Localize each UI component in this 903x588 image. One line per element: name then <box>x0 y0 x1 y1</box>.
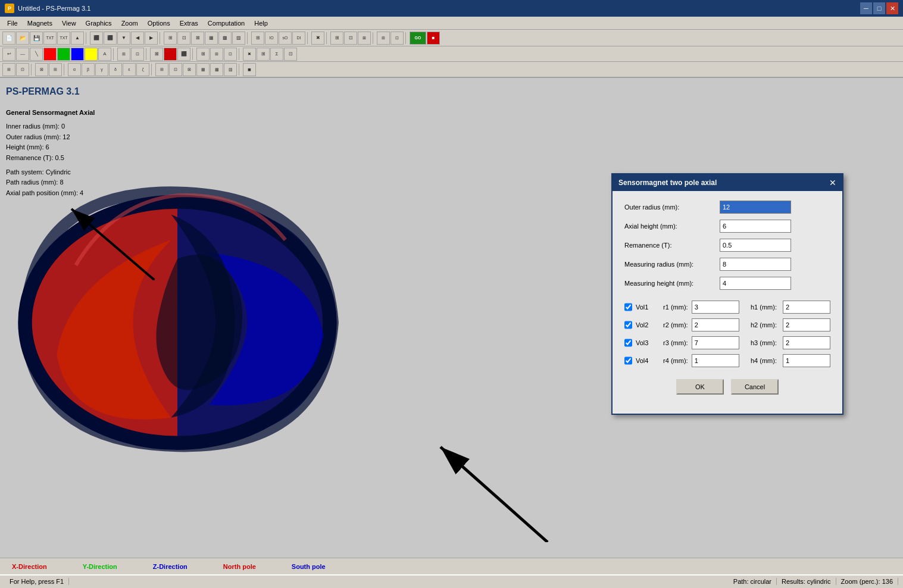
tb-b22[interactable]: ⊡ <box>390 32 404 45</box>
tb2-b7[interactable] <box>85 48 98 61</box>
tb3-b14[interactable]: ▦ <box>196 63 210 76</box>
tb-b18[interactable]: ⊞ <box>330 32 343 45</box>
tb2-b4[interactable] <box>43 48 57 61</box>
cancel-button[interactable]: Cancel <box>731 379 779 395</box>
tb2-b17[interactable]: ✖ <box>243 48 256 61</box>
menu-file[interactable]: File <box>2 18 23 28</box>
tb-b15[interactable]: sO <box>279 32 292 45</box>
menu-view[interactable]: View <box>57 18 81 28</box>
tb3-b17[interactable]: ◼ <box>243 63 256 76</box>
tb-b3[interactable]: ⬛ <box>104 32 117 45</box>
vol1-r-input[interactable] <box>692 301 739 314</box>
vol4-h-input[interactable] <box>783 354 830 367</box>
tb2-b10[interactable]: ⊡ <box>131 48 144 61</box>
tb-b16[interactable]: DI <box>292 32 305 45</box>
vol3-h-input[interactable] <box>783 336 830 349</box>
tb-b7[interactable]: ⊞ <box>164 32 177 45</box>
tb3-b4[interactable]: ⊞ <box>49 63 62 76</box>
tb2-b15[interactable]: ⊞ <box>210 48 223 61</box>
vol3-checkbox[interactable] <box>624 339 632 347</box>
vol1-h-input[interactable] <box>783 301 830 314</box>
tb3-b1[interactable]: ⊞ <box>2 63 15 76</box>
window-close-button[interactable]: ✕ <box>886 2 898 14</box>
outer-radius-input[interactable] <box>720 201 791 214</box>
tb3-b16[interactable]: ▨ <box>224 63 237 76</box>
vol3-h-label: h3 (mm): <box>748 339 777 346</box>
tb2-b5[interactable] <box>57 48 70 61</box>
tb2-b18[interactable]: ⊞ <box>257 48 270 61</box>
tb3-b7[interactable]: γ <box>95 63 108 76</box>
tb-b14[interactable]: IO <box>265 32 278 45</box>
menu-extras[interactable]: Extras <box>175 18 203 28</box>
vol3-r-input[interactable] <box>692 336 739 349</box>
ok-button[interactable]: OK <box>676 379 724 395</box>
tb-b12[interactable]: ▨ <box>232 32 245 45</box>
axial-height-input[interactable] <box>720 220 791 233</box>
tb3-b11[interactable]: ⊞ <box>155 63 168 76</box>
tb2-b2[interactable]: — <box>16 48 29 61</box>
tb-b8[interactable]: ⊡ <box>177 32 190 45</box>
tb-new[interactable]: 📄 <box>2 32 15 45</box>
menu-computation[interactable]: Computation <box>203 18 249 28</box>
tb-b1[interactable]: ▲ <box>71 32 84 45</box>
tb-open[interactable]: 📂 <box>16 32 29 45</box>
menu-zoom[interactable]: Zoom <box>117 18 143 28</box>
tb2-b13[interactable]: ⬛ <box>177 48 190 61</box>
tb-b10[interactable]: ▦ <box>205 32 218 45</box>
tb-b17[interactable]: ✖ <box>311 32 324 45</box>
tb-b11[interactable]: ▩ <box>218 32 232 45</box>
tb3-b6[interactable]: β <box>82 63 95 76</box>
tb-go[interactable]: GO <box>410 32 426 45</box>
menu-options[interactable]: Options <box>143 18 175 28</box>
minimize-button[interactable]: ─ <box>860 2 872 14</box>
tb-b9[interactable]: ⊠ <box>191 32 204 45</box>
tb-b6[interactable]: ▶ <box>145 32 158 45</box>
vol4-checkbox[interactable] <box>624 356 632 365</box>
vol1-checkbox[interactable] <box>624 303 632 311</box>
tb-txt1[interactable]: TXT <box>43 32 57 45</box>
tb-b19[interactable]: ⊡ <box>344 32 357 45</box>
tb-b21[interactable]: ⊞ <box>377 32 390 45</box>
menu-magnets[interactable]: Magnets <box>23 18 57 28</box>
tb2-b1[interactable]: ↩ <box>2 48 15 61</box>
vol2-r-input[interactable] <box>692 318 739 331</box>
tb-stop[interactable]: ■ <box>427 32 440 45</box>
tb3-b9[interactable]: ε <box>123 63 136 76</box>
tb2-b11[interactable]: ⊠ <box>150 48 163 61</box>
tb3-b15[interactable]: ▩ <box>210 63 223 76</box>
vol2-h-input[interactable] <box>783 318 830 331</box>
vol4-r-input[interactable] <box>692 354 739 367</box>
tb3-b12[interactable]: ⊡ <box>169 63 182 76</box>
dialog-close-button[interactable]: ✕ <box>829 178 836 187</box>
tb3-b5[interactable]: α <box>68 63 81 76</box>
tb3-b8[interactable]: δ <box>109 63 122 76</box>
remanence-input[interactable] <box>720 239 791 252</box>
tb2-b9[interactable]: ⊞ <box>117 48 130 61</box>
tb2-b6[interactable] <box>71 48 84 61</box>
measuring-radius-input[interactable] <box>720 258 791 271</box>
menu-graphics[interactable]: Graphics <box>81 18 117 28</box>
vol2-r-label: r2 (mm): <box>658 321 688 329</box>
tb-b2[interactable]: ⬛ <box>90 32 103 45</box>
tb-b4[interactable]: ▼ <box>117 32 130 45</box>
tb3-b10[interactable]: ζ <box>136 63 149 76</box>
tb-save[interactable]: 💾 <box>30 32 43 45</box>
tb-b13[interactable]: ⊞ <box>251 32 264 45</box>
tb-txt2[interactable]: TXT <box>57 32 70 45</box>
menu-help[interactable]: Help <box>249 18 273 28</box>
tb-b5[interactable]: ◀ <box>131 32 144 45</box>
tb2-b3[interactable]: ╲ <box>30 48 43 61</box>
tb2-b20[interactable]: ⊡ <box>284 48 297 61</box>
measuring-height-input[interactable] <box>720 277 791 290</box>
tb2-b8[interactable]: A <box>98 48 111 61</box>
tb2-b19[interactable]: Σ <box>270 48 283 61</box>
tb2-b14[interactable]: ⊞ <box>196 48 210 61</box>
tb2-b12[interactable] <box>164 48 177 61</box>
maximize-button[interactable]: □ <box>873 2 885 14</box>
vol2-checkbox[interactable] <box>624 321 632 329</box>
tb2-b16[interactable]: ⊡ <box>224 48 237 61</box>
tb3-b13[interactable]: ⊠ <box>183 63 196 76</box>
tb-b20[interactable]: ⊠ <box>358 32 371 45</box>
tb3-b2[interactable]: ⊡ <box>16 63 29 76</box>
tb3-b3[interactable]: ⊠ <box>35 63 48 76</box>
